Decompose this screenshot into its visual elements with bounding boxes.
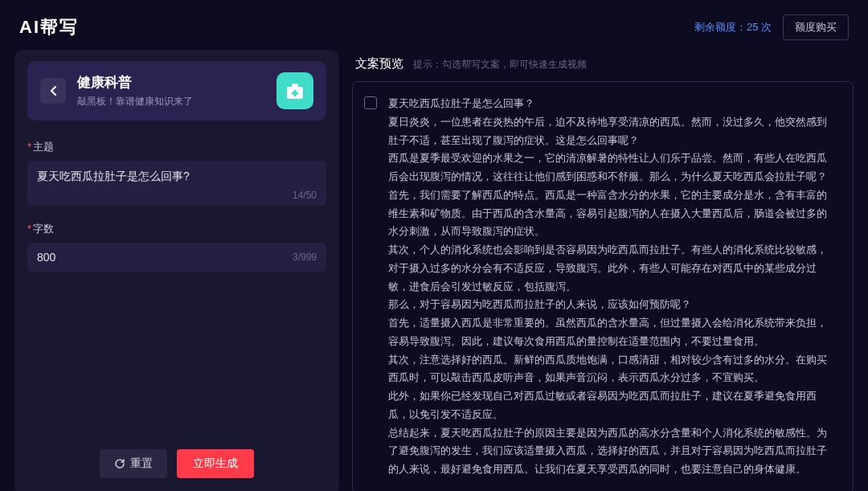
quota-label: 剩余额度： bbox=[694, 21, 747, 33]
quota-value: 25 次 bbox=[747, 21, 772, 33]
buy-quota-button[interactable]: 额度购买 bbox=[783, 14, 849, 40]
quota-display: 剩余额度：25 次 bbox=[694, 20, 772, 35]
topic-input[interactable] bbox=[37, 170, 317, 183]
category-subtitle: 敲黑板！靠谱健康知识来了 bbox=[77, 95, 265, 108]
topic-label: *主题 bbox=[27, 140, 326, 154]
category-icon-wrap bbox=[276, 72, 313, 109]
topic-field: *主题 14/50 bbox=[27, 140, 326, 206]
svg-rect-3 bbox=[292, 92, 298, 95]
words-limit: 3/999 bbox=[293, 252, 317, 263]
back-button[interactable] bbox=[40, 78, 66, 104]
app-header: AI帮写 剩余额度：25 次 额度购买 bbox=[0, 0, 868, 50]
medical-kit-icon bbox=[285, 80, 305, 101]
words-input-wrap: 3/999 bbox=[27, 243, 326, 272]
select-checkbox[interactable] bbox=[364, 96, 377, 109]
refresh-icon bbox=[114, 458, 125, 469]
app-title: AI帮写 bbox=[19, 15, 79, 39]
reset-label: 重置 bbox=[130, 456, 153, 471]
topic-input-wrap: 14/50 bbox=[27, 161, 326, 206]
preview-box: 夏天吃西瓜拉肚子是怎么回事？夏日炎炎，一位患者在炎热的午后，迫不及待地享受清凉的… bbox=[352, 81, 854, 491]
preview-panel: 文案预览 提示：勾选帮写文案，即可快速生成视频 夏天吃西瓜拉肚子是怎么回事？夏日… bbox=[352, 50, 854, 491]
category-info: 健康科普 敲黑板！靠谱健康知识来了 bbox=[77, 73, 265, 108]
preview-title: 文案预览 bbox=[355, 56, 403, 72]
words-label: *字数 bbox=[27, 222, 326, 236]
preview-content: 夏天吃西瓜拉肚子是怎么回事？夏日炎炎，一位患者在炎热的午后，迫不及待地享受清凉的… bbox=[388, 95, 840, 481]
topic-char-count: 14/50 bbox=[37, 190, 317, 201]
generate-button[interactable]: 立即生成 bbox=[177, 449, 254, 478]
category-card: 健康科普 敲黑板！靠谱健康知识来了 bbox=[27, 61, 326, 121]
preview-header: 文案预览 提示：勾选帮写文案，即可快速生成视频 bbox=[352, 50, 854, 81]
required-star: * bbox=[27, 141, 31, 153]
action-row: 重置 立即生成 bbox=[27, 449, 326, 481]
header-right: 剩余额度：25 次 额度购买 bbox=[694, 14, 849, 40]
preview-hint: 提示：勾选帮写文案，即可快速生成视频 bbox=[413, 58, 587, 72]
words-field: *字数 3/999 bbox=[27, 222, 326, 272]
category-title: 健康科普 bbox=[77, 73, 265, 92]
reset-button[interactable]: 重置 bbox=[100, 449, 167, 478]
svg-rect-1 bbox=[292, 84, 298, 88]
main-content: 健康科普 敲黑板！靠谱健康知识来了 *主题 14/50 bbox=[0, 50, 868, 491]
form-panel: 健康科普 敲黑板！靠谱健康知识来了 *主题 14/50 bbox=[14, 50, 339, 491]
chevron-left-icon bbox=[49, 85, 57, 96]
required-star: * bbox=[27, 223, 31, 235]
words-input[interactable] bbox=[27, 243, 293, 272]
